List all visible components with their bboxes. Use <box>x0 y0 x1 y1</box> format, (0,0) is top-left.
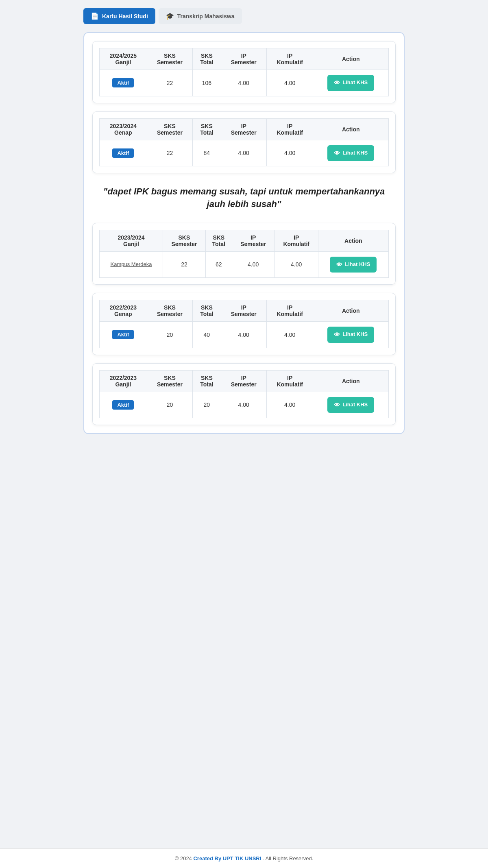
footer-copyright: © 2024 <box>175 855 194 861</box>
ip-kom-val-2: 4.00 <box>266 140 313 166</box>
tab-bar: 📄 Kartu Hasil Studi 🎓 Transkrip Mahasisw… <box>83 8 405 24</box>
col-ip-sem-5: IPSemester <box>221 370 266 392</box>
footer-link[interactable]: Created By UPT TIK UNSRI <box>193 855 261 861</box>
semester-table-2: 2023/2024Genap SKSSemester SKSTotal IPSe… <box>99 118 389 167</box>
status-kampus-merdeka[interactable]: Kampus Merdeka <box>111 261 152 267</box>
lihat-khs-label-4: Lihat KHS <box>342 331 368 338</box>
sks-total-val-2: 84 <box>193 140 221 166</box>
lihat-khs-label-5: Lihat KHS <box>342 401 368 408</box>
col-period-4: 2022/2023Genap <box>100 300 147 322</box>
footer-suffix: . All Rights Reserved. <box>263 855 313 861</box>
ip-sem-val-2: 4.00 <box>221 140 266 166</box>
col-sks-total-5: SKSTotal <box>193 370 221 392</box>
footer: © 2024 Created By UPT TIK UNSRI . All Ri… <box>0 848 488 868</box>
semester-card-5: 2022/2023Ganjil SKSSemester SKSTotal IPS… <box>92 363 396 425</box>
col-ip-kom-4: IPKomulatif <box>266 300 313 322</box>
status-badge-5: Aktif <box>112 400 134 410</box>
eye-icon-2: 👁 <box>334 149 340 157</box>
sks-sem-val-1: 22 <box>147 70 192 96</box>
col-sks-sem-3: SKSSemester <box>163 230 205 251</box>
table-row: Aktif 20 20 4.00 4.00 👁 Lihat KHS <box>100 392 389 418</box>
col-action-1: Action <box>313 48 389 70</box>
lihat-khs-button-5[interactable]: 👁 Lihat KHS <box>327 397 374 413</box>
col-ip-kom-5: IPKomulatif <box>266 370 313 392</box>
lihat-khs-button-3[interactable]: 👁 Lihat KHS <box>330 257 377 273</box>
col-period-2: 2023/2024Genap <box>100 118 147 140</box>
ip-kom-val-5: 4.00 <box>266 392 313 418</box>
col-ip-sem-1: IPSemester <box>221 48 266 70</box>
action-cell-1: 👁 Lihat KHS <box>313 70 389 96</box>
status-cell-1: Aktif <box>100 70 147 96</box>
table-row: Aktif 20 40 4.00 4.00 👁 Lihat KHS <box>100 322 389 348</box>
sks-total-val-1: 106 <box>193 70 221 96</box>
ip-sem-val-5: 4.00 <box>221 392 266 418</box>
sks-sem-val-3: 22 <box>163 251 205 278</box>
col-ip-sem-4: IPSemester <box>221 300 266 322</box>
col-sks-total-1: SKSTotal <box>193 48 221 70</box>
sks-sem-val-4: 20 <box>147 322 192 348</box>
col-sks-total-2: SKSTotal <box>193 118 221 140</box>
table-row: Kampus Merdeka 22 62 4.00 4.00 👁 Lihat K… <box>100 251 389 278</box>
sks-sem-val-2: 22 <box>147 140 192 166</box>
col-ip-kom-3: IPKomulatif <box>274 230 318 251</box>
document-icon: 📄 <box>91 12 99 20</box>
sks-total-val-3: 62 <box>205 251 232 278</box>
status-cell-2: Aktif <box>100 140 147 166</box>
action-cell-4: 👁 Lihat KHS <box>313 322 389 348</box>
col-sks-total-4: SKSTotal <box>193 300 221 322</box>
col-action-5: Action <box>313 370 389 392</box>
col-ip-kom-2: IPKomulatif <box>266 118 313 140</box>
sks-total-val-4: 40 <box>193 322 221 348</box>
semester-table-5: 2022/2023Ganjil SKSSemester SKSTotal IPS… <box>99 370 389 419</box>
semester-card-1: 2024/2025Ganjil SKSSemester SKSTotal IPS… <box>92 41 396 103</box>
col-ip-sem-2: IPSemester <box>221 118 266 140</box>
eye-icon-1: 👁 <box>334 79 340 87</box>
col-ip-sem-3: IPSemester <box>232 230 274 251</box>
lihat-khs-button-2[interactable]: 👁 Lihat KHS <box>327 145 374 161</box>
semester-table-1: 2024/2025Ganjil SKSSemester SKSTotal IPS… <box>99 48 389 96</box>
lihat-khs-label-3: Lihat KHS <box>345 261 370 268</box>
col-action-4: Action <box>313 300 389 322</box>
action-cell-3: 👁 Lihat KHS <box>318 251 388 278</box>
col-sks-sem-2: SKSSemester <box>147 118 192 140</box>
tab-khs[interactable]: 📄 Kartu Hasil Studi <box>83 8 155 24</box>
tab-khs-label: Kartu Hasil Studi <box>102 13 148 20</box>
sks-total-val-5: 20 <box>193 392 221 418</box>
col-action-3: Action <box>318 230 388 251</box>
sks-sem-val-5: 20 <box>147 392 192 418</box>
col-period-5: 2022/2023Ganjil <box>100 370 147 392</box>
eye-icon-4: 👁 <box>334 331 340 339</box>
semester-card-4: 2022/2023Genap SKSSemester SKSTotal IPSe… <box>92 293 396 355</box>
col-period-1: 2024/2025Ganjil <box>100 48 147 70</box>
status-cell-3: Kampus Merdeka <box>100 251 163 278</box>
tab-transkrip[interactable]: 🎓 Transkrip Mahasiswa <box>159 8 242 24</box>
col-sks-total-3: SKSTotal <box>205 230 232 251</box>
col-period-3: 2023/2024Ganjil <box>100 230 163 251</box>
outer-card: 2024/2025Ganjil SKSSemester SKSTotal IPS… <box>83 32 405 434</box>
col-sks-sem-5: SKSSemester <box>147 370 192 392</box>
ip-sem-val-1: 4.00 <box>221 70 266 96</box>
status-badge-4: Aktif <box>112 330 134 339</box>
semester-card-2: 2023/2024Genap SKSSemester SKSTotal IPSe… <box>92 111 396 174</box>
ip-sem-val-3: 4.00 <box>232 251 274 278</box>
ip-sem-val-4: 4.00 <box>221 322 266 348</box>
table-row: Aktif 22 106 4.00 4.00 👁 Lihat KHS <box>100 70 389 96</box>
motivational-quote: "dapet IPK bagus memang susah, tapi untu… <box>92 181 396 215</box>
table-row: Aktif 22 84 4.00 4.00 👁 Lihat KHS <box>100 140 389 166</box>
semester-table-4: 2022/2023Genap SKSSemester SKSTotal IPSe… <box>99 300 389 348</box>
ip-kom-val-3: 4.00 <box>274 251 318 278</box>
lihat-khs-label-2: Lihat KHS <box>342 150 368 157</box>
col-sks-sem-4: SKSSemester <box>147 300 192 322</box>
graduation-icon: 🎓 <box>166 12 174 20</box>
tab-transkrip-label: Transkrip Mahasiswa <box>177 13 235 20</box>
eye-icon-3: 👁 <box>336 261 342 269</box>
action-cell-2: 👁 Lihat KHS <box>313 140 389 166</box>
col-ip-kom-1: IPKomulatif <box>266 48 313 70</box>
lihat-khs-button-4[interactable]: 👁 Lihat KHS <box>327 327 374 343</box>
eye-icon-5: 👁 <box>334 401 340 409</box>
status-cell-5: Aktif <box>100 392 147 418</box>
col-sks-sem-1: SKSSemester <box>147 48 192 70</box>
status-badge-2: Aktif <box>112 148 134 158</box>
lihat-khs-button-1[interactable]: 👁 Lihat KHS <box>327 75 374 91</box>
quote-text: "dapet IPK bagus memang susah, tapi untu… <box>92 181 396 215</box>
